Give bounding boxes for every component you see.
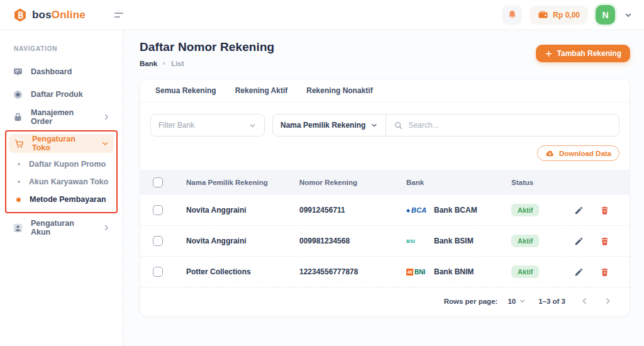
sidebar-item-label: Manajemen Order xyxy=(31,108,95,126)
delete-button[interactable] xyxy=(600,237,609,246)
filter-bank-select[interactable]: Filter Bank xyxy=(150,114,265,137)
cell-bank: BSI Bank BSIM xyxy=(406,237,511,245)
row-actions xyxy=(574,206,616,215)
delete-button[interactable] xyxy=(600,267,609,277)
page-title: Daftar Nomor Rekening xyxy=(140,40,274,54)
download-row: Download Data xyxy=(140,137,630,161)
bullet-dot-icon xyxy=(18,163,20,165)
tambah-rekening-label: Tambah Rekening xyxy=(557,49,621,58)
row-checkbox[interactable] xyxy=(153,236,163,246)
cell-account-number: 12234556777878 xyxy=(299,267,406,276)
active-bullet-dot-icon xyxy=(16,198,21,202)
trash-icon xyxy=(600,267,609,277)
cell-owner-name: Novita Anggraini xyxy=(186,206,299,215)
edit-button[interactable] xyxy=(574,206,584,215)
wallet-icon xyxy=(538,10,548,20)
sidebar-toggle-icon[interactable] xyxy=(111,9,127,21)
pencil-icon xyxy=(574,267,584,277)
brand-logo-text: bosOnline xyxy=(32,9,86,21)
brand-logo-icon xyxy=(13,8,28,23)
filter-bank-placeholder: Filter Bank xyxy=(158,121,194,130)
status-badge: Aktif xyxy=(511,265,539,278)
top-header: bosOnline Rp 0,00 N xyxy=(0,0,644,30)
brand-logo[interactable]: bosOnline xyxy=(0,8,101,23)
status-badge: Aktif xyxy=(511,204,539,216)
edit-button[interactable] xyxy=(574,237,584,246)
search-field-select[interactable]: Nama Pemilik Rekening xyxy=(273,114,386,136)
sidebar-item-label: Daftar Produk xyxy=(31,90,83,99)
cell-bank-name: Bank BCAM xyxy=(434,206,477,215)
delete-button[interactable] xyxy=(600,206,609,215)
sidebar-item-daftar-kupon-promo[interactable]: Daftar Kupon Promo xyxy=(9,155,114,173)
pencil-icon xyxy=(574,237,584,246)
rows-per-page-value: 10 xyxy=(508,298,516,305)
profile-menu-button[interactable] xyxy=(624,11,633,20)
wallet-balance-button[interactable]: Rp 0,00 xyxy=(530,6,588,25)
dashboard-icon xyxy=(13,67,23,77)
chevron-down-icon xyxy=(248,121,257,130)
breadcrumb-bank[interactable]: Bank xyxy=(140,60,157,67)
cell-bank-name: Bank BNIM xyxy=(434,267,474,276)
sidebar-item-metode-pembayaran[interactable]: Metode Pembayaran xyxy=(9,191,114,208)
app-root: bosOnline Rp 0,00 N xyxy=(0,0,644,346)
user-avatar[interactable]: N xyxy=(596,5,615,25)
sidebar-item-akun-karyawan-toko[interactable]: Akun Karyawan Toko xyxy=(9,173,114,191)
shopping-cart-icon xyxy=(14,138,25,149)
notifications-button[interactable] xyxy=(502,5,522,25)
cell-bank-name: Bank BSIM xyxy=(434,237,474,245)
search-combo: Nama Pemilik Rekening xyxy=(272,114,619,137)
tab-bar: Semua Rekening Rekening Aktif Rekening N… xyxy=(140,79,630,103)
bsi-bank-logo: BSI xyxy=(406,238,428,244)
cell-owner-name: Novita Anggraini xyxy=(186,237,299,245)
cell-bank: 46BNI Bank BNIM xyxy=(406,267,511,276)
pagination-range: 1–3 of 3 xyxy=(538,298,565,305)
row-checkbox[interactable] xyxy=(153,267,163,277)
sidebar-item-pengaturan-akun[interactable]: Pengaturan Akun xyxy=(8,218,115,237)
rekening-card: Semua Rekening Rekening Aktif Rekening N… xyxy=(140,79,630,317)
breadcrumb-list: List xyxy=(171,60,184,67)
tab-rekening-aktif[interactable]: Rekening Aktif xyxy=(235,86,288,95)
table-header-row: Nama Pemilik Rekening Nomor Rekening Ban… xyxy=(140,170,630,195)
pengaturan-toko-annotation-box: Pengaturan Toko Daftar Kupon Promo Akun … xyxy=(5,130,118,213)
breadcrumb: Bank List xyxy=(140,60,274,67)
wallet-balance-amount: Rp 0,00 xyxy=(553,11,580,20)
bni-bank-logo: 46BNI xyxy=(406,269,428,276)
select-all-checkbox[interactable] xyxy=(153,177,163,187)
avatar-initial: N xyxy=(602,10,608,20)
column-header-nama: Nama Pemilik Rekening xyxy=(186,179,299,186)
previous-page-button[interactable] xyxy=(579,296,590,306)
sidebar: NAVIGATION Dashboard Daftar Pr xyxy=(0,30,123,346)
sidebar-item-manajemen-order[interactable]: Manajemen Order xyxy=(8,108,115,126)
tab-rekening-nonaktif[interactable]: Rekening Nonaktif xyxy=(306,86,372,95)
row-checkbox[interactable] xyxy=(153,205,163,215)
trash-icon xyxy=(600,206,609,215)
chevron-down-icon xyxy=(519,298,526,304)
topbar-actions: Rp 0,00 N xyxy=(502,5,644,25)
tab-semua-rekening[interactable]: Semua Rekening xyxy=(155,86,216,95)
sidebar-item-pengaturan-toko[interactable]: Pengaturan Toko xyxy=(9,134,114,153)
sidebar-item-label: Pengaturan Toko xyxy=(32,135,94,152)
column-header-nomor: Nomor Rekening xyxy=(299,179,406,186)
cell-bank: BCA Bank BCAM xyxy=(406,206,511,215)
search-input[interactable] xyxy=(408,121,611,130)
shopping-bag-icon xyxy=(13,112,23,123)
sidebar-item-dashboard[interactable]: Dashboard xyxy=(8,62,115,81)
filter-row: Filter Bank Nama Pemilik Rekening xyxy=(140,103,630,137)
search-box xyxy=(386,114,619,136)
rows-per-page-select[interactable]: 10 xyxy=(508,298,526,305)
download-data-button[interactable]: Download Data xyxy=(537,145,619,161)
sidebar-subitem-label: Akun Karyawan Toko xyxy=(29,177,108,186)
next-page-button[interactable] xyxy=(602,296,613,306)
cell-account-number: 09912456711 xyxy=(299,206,406,215)
status-badge: Aktif xyxy=(511,235,539,247)
cell-account-number: 009981234568 xyxy=(299,237,406,245)
tambah-rekening-button[interactable]: Tambah Rekening xyxy=(536,45,630,62)
table-row: Potter Collections 12234556777878 46BNI … xyxy=(140,257,630,287)
user-icon xyxy=(13,223,23,233)
sidebar-item-label: Dashboard xyxy=(31,67,72,76)
page-header: Daftar Nomor Rekening Bank List Tambah R… xyxy=(140,40,630,67)
sidebar-item-daftar-produk[interactable]: Daftar Produk xyxy=(8,85,115,104)
pagination: Rows per page: 10 1–3 of 3 xyxy=(140,287,630,306)
edit-button[interactable] xyxy=(574,267,584,277)
search-icon xyxy=(394,121,403,130)
